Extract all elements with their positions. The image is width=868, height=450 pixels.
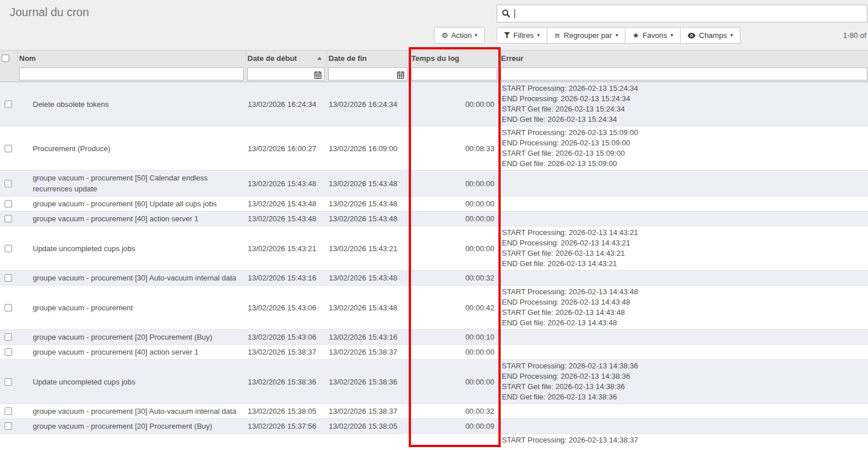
cell-nom: groupe vacuum - procurement bbox=[17, 286, 245, 330]
error-log-line: END Processing: 2026-02-13 15:24:34 bbox=[502, 94, 863, 104]
column-header-erreur[interactable]: Erreur bbox=[499, 51, 868, 66]
error-log-line: END Processing: 2026-02-13 15:09:00 bbox=[502, 138, 863, 148]
funnel-icon bbox=[504, 32, 510, 39]
table-row[interactable]: Update uncompleted cups jobs13/02/2026 1… bbox=[0, 226, 868, 271]
cell-temps-du-log: 00:00:00 bbox=[409, 211, 499, 226]
table-row[interactable]: Delete obsolete tokens13/02/2026 16:24:3… bbox=[0, 82, 868, 126]
cell-nom: groupe vacuum - procurement [30] Auto-va… bbox=[17, 271, 245, 286]
cell-date-debut: 13/02/2026 15:38:05 bbox=[245, 404, 327, 419]
cell-erreur bbox=[499, 330, 868, 345]
table-row[interactable]: groupe vacuum - procurement [20] Procure… bbox=[0, 419, 868, 434]
cell-temps-du-log: 00:00:00 bbox=[409, 345, 499, 360]
error-log-line: START Processing: 2026-02-13 15:09:00 bbox=[502, 128, 863, 138]
row-checkbox[interactable] bbox=[5, 333, 12, 341]
select-all-header-cell bbox=[0, 51, 17, 66]
cell-erreur bbox=[499, 171, 868, 197]
cell-date-debut: 13/02/2026 15:37:56 bbox=[245, 419, 327, 434]
row-select-cell bbox=[0, 171, 17, 197]
row-select-cell bbox=[0, 271, 17, 286]
table-row[interactable]: groupe vacuum - procurement [30] Auto-va… bbox=[0, 271, 868, 286]
select-all-checkbox[interactable] bbox=[2, 55, 9, 62]
cell-temps-du-log: 00:00:09 bbox=[409, 419, 499, 434]
filter-empty-cell bbox=[0, 66, 17, 82]
cron-log-table: Nom Date de début Date de fin Temps du l… bbox=[0, 51, 868, 450]
cell-temps-du-log: 00:00:00 bbox=[409, 171, 499, 197]
cell-date-fin: 13/02/2026 15:43:48 bbox=[327, 171, 409, 197]
column-header-label: Date de début bbox=[248, 54, 297, 63]
row-checkbox[interactable] bbox=[5, 422, 12, 430]
fields-button[interactable]: Champs ▾ bbox=[681, 27, 740, 44]
row-checkbox[interactable] bbox=[5, 245, 12, 252]
search-options-group: Filtres ▾ ≡ Regrouper par ▾ ★ Favoris ▾ … bbox=[497, 27, 740, 44]
filter-erreur-input[interactable] bbox=[501, 67, 867, 80]
error-log-line: START Get file: 2026-02-13 15:09:00 bbox=[502, 148, 863, 159]
row-checkbox[interactable] bbox=[5, 200, 12, 207]
row-select-cell bbox=[0, 419, 17, 434]
group-by-icon: ≡ bbox=[554, 32, 560, 39]
filter-date-fin-input[interactable] bbox=[328, 67, 408, 80]
row-checkbox[interactable] bbox=[5, 180, 12, 187]
table-row[interactable]: Procurement (Produce)13/02/2026 16:00:27… bbox=[0, 126, 868, 171]
cell-temps-du-log: 00:00:00 bbox=[409, 226, 499, 271]
table-row[interactable]: groupe vacuum - procurement [50] Calenda… bbox=[0, 171, 868, 197]
search-box[interactable] bbox=[497, 5, 867, 22]
row-checkbox[interactable] bbox=[5, 215, 12, 222]
filter-temps-du-log-input[interactable] bbox=[411, 67, 497, 80]
filter-date-debut-input[interactable] bbox=[247, 67, 325, 80]
row-checkbox[interactable] bbox=[5, 304, 12, 311]
row-select-cell bbox=[0, 404, 17, 419]
favorites-button[interactable]: ★ Favoris ▾ bbox=[625, 27, 681, 44]
pager: 1-80 of bbox=[843, 27, 866, 44]
cell-erreur: START Processing: 2026-02-13 14:43:21END… bbox=[499, 226, 868, 271]
cell-erreur: START Processing: 2026-02-13 15:24:34END… bbox=[499, 82, 868, 126]
cell-erreur bbox=[499, 404, 868, 419]
table-row[interactable]: groupe vacuum - procurement [30] Auto-va… bbox=[0, 404, 868, 419]
group-by-button[interactable]: ≡ Regrouper par ▾ bbox=[547, 27, 625, 44]
error-log-line: END Get file: 2026-02-13 15:09:00 bbox=[502, 159, 863, 169]
error-log-line: END Processing: 2026-02-13 14:43:21 bbox=[502, 238, 863, 248]
table-row[interactable]: groupe vacuum - procurement [20] Procure… bbox=[0, 330, 868, 345]
column-header-date-fin[interactable]: Date de fin bbox=[327, 51, 409, 66]
table-row[interactable]: groupe vacuum - procurement [60] Update … bbox=[0, 197, 868, 211]
table-row[interactable]: groupe vacuum - procurement13/02/2026 15… bbox=[0, 286, 868, 330]
cell-date-debut: 13/02/2026 15:43:16 bbox=[245, 271, 327, 286]
row-checkbox[interactable] bbox=[5, 407, 12, 415]
calendar-icon[interactable] bbox=[397, 71, 404, 79]
row-checkbox[interactable] bbox=[5, 348, 12, 356]
column-header-temps-du-log[interactable]: Temps du log bbox=[409, 51, 499, 66]
row-select-cell bbox=[0, 211, 17, 226]
search-input[interactable] bbox=[517, 9, 862, 18]
row-checkbox[interactable] bbox=[5, 378, 12, 386]
cell-erreur bbox=[499, 197, 868, 211]
cell-nom: Update uncompleted cups jobs bbox=[17, 360, 245, 404]
cell-nom: Procurement (Produce) bbox=[17, 126, 245, 171]
row-checkbox[interactable] bbox=[5, 145, 12, 152]
cell-erreur bbox=[499, 419, 868, 434]
cell-nom: groupe vacuum - procurement [50] Calenda… bbox=[17, 171, 245, 197]
row-select-cell bbox=[0, 197, 17, 211]
cell-temps-du-log bbox=[409, 434, 499, 450]
action-button[interactable]: ⚙ Action ▾ bbox=[434, 27, 485, 44]
row-checkbox[interactable] bbox=[5, 101, 12, 108]
cell-temps-du-log: 00:00:32 bbox=[409, 271, 499, 286]
row-select-cell bbox=[0, 126, 17, 171]
cell-date-debut: 13/02/2026 16:24:34 bbox=[245, 82, 327, 126]
group-by-button-label: Regrouper par bbox=[564, 31, 612, 40]
filter-nom-input[interactable] bbox=[19, 67, 244, 80]
table-row[interactable]: Update uncompleted cups jobs13/02/2026 1… bbox=[0, 360, 868, 404]
error-log-line: START Get file: 2026-02-13 14:43:21 bbox=[502, 248, 863, 259]
cell-date-fin: 13/02/2026 16:09:00 bbox=[327, 126, 409, 171]
cell-date-fin: 13/02/2026 15:38:36 bbox=[327, 360, 409, 404]
cell-date-fin: 13/02/2026 15:43:48 bbox=[327, 271, 409, 286]
column-header-nom[interactable]: Nom bbox=[17, 51, 245, 66]
filters-button[interactable]: Filtres ▾ bbox=[497, 27, 547, 44]
calendar-icon[interactable] bbox=[314, 71, 321, 79]
table-row[interactable]: START Processing: 2026-02-13 14:38:37 bbox=[0, 434, 868, 450]
column-header-date-debut[interactable]: Date de début bbox=[245, 51, 327, 66]
row-checkbox[interactable] bbox=[5, 274, 12, 282]
cell-date-debut: 13/02/2026 15:43:06 bbox=[245, 286, 327, 330]
table-row[interactable]: groupe vacuum - procurement [40] action … bbox=[0, 345, 868, 360]
error-log-line: END Get file: 2026-02-13 15:24:34 bbox=[502, 114, 863, 125]
table-row[interactable]: groupe vacuum - procurement [40] action … bbox=[0, 211, 868, 226]
filters-button-label: Filtres bbox=[513, 31, 533, 40]
